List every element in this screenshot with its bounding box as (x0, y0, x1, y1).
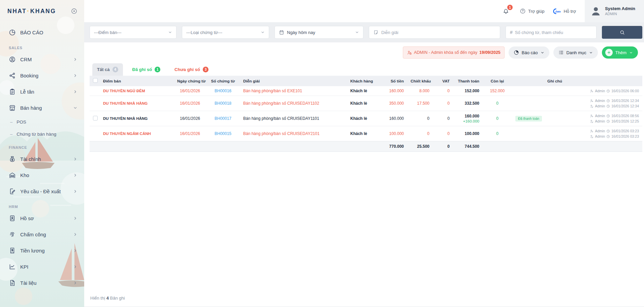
sidebar-subitem-ch-ng-t-b-n-h-ng[interactable]: –Chứng từ bán hàng (0, 128, 84, 140)
reports-button[interactable]: Báo cáo (509, 46, 549, 59)
remaining-value: 0 (496, 101, 498, 106)
app-logo[interactable]: NHAT·KHANG (7, 8, 56, 15)
sidebar-toggle-icon[interactable] (71, 8, 77, 14)
total-cell (483, 141, 512, 152)
document-number-link[interactable]: BH00016 (215, 89, 231, 93)
sidebar-item-ti-n-l-ng[interactable]: Tiền lương (0, 242, 84, 259)
share-network-icon (9, 72, 16, 79)
sidebar-item-b-n-h-ng[interactable]: Bán hàng (0, 100, 84, 116)
tab-count-badge: 4 (112, 67, 118, 72)
payment-value: 100.000 (456, 131, 479, 136)
document-type-filter-select[interactable]: ---Loại chứng từ--- (182, 26, 269, 39)
column-header-c-n-l-i: Còn lại (483, 76, 512, 86)
chevron-right-icon (73, 57, 77, 62)
total-cell (544, 141, 642, 152)
tab-t-t-c[interactable]: Tất cả4 (92, 63, 123, 76)
chart-line-icon (9, 263, 16, 270)
column-header-kh-ch-h-ng: Khách hàng (347, 76, 384, 86)
categories-button[interactable]: Danh mục (553, 46, 598, 59)
customer-cell: Khách lẻ (347, 111, 384, 126)
notifications-button[interactable]: 1 (502, 7, 510, 15)
document-number-link[interactable]: BH00017 (215, 116, 231, 121)
sidebar-item-l-t-n[interactable]: Lễ tân (0, 83, 84, 100)
note-time: 16/01/2026 03:23 (611, 128, 639, 134)
column-header-ghi-ch: Ghi chú (544, 76, 642, 86)
select-all-checkbox[interactable] (93, 78, 98, 83)
document-number-input[interactable] (515, 30, 592, 35)
chevron-right-icon (73, 189, 77, 194)
search-button[interactable] (602, 26, 642, 39)
add-button[interactable]: Thêm (602, 46, 638, 59)
chevron-right-icon (73, 248, 77, 253)
categories-label: Danh mục (567, 50, 586, 55)
description-cell: Bán hàng phòng/bàn số EXE101 (240, 86, 347, 96)
money-bag-icon (9, 156, 16, 163)
pos-cell: DU THUYỀN NGẮM CẢNH (100, 126, 174, 141)
chevron-down-icon (73, 106, 77, 110)
sidebar-item-t-i-ch-nh[interactable]: Tài chính (0, 151, 84, 167)
row-select-cell (90, 126, 100, 141)
column-header-chi-t-kh-u: Chiết khấu (407, 76, 433, 86)
tab-ch-a-ghi-s[interactable]: Chưa ghi sổ3 (170, 63, 213, 76)
column-header-s-ch-ng-t: Số chứng từ (206, 76, 240, 86)
action-row: ADMIN - Admin khóa sổ đến ngày 19/09/202… (90, 46, 638, 59)
user-menu[interactable]: System Admin ADMIN (585, 0, 644, 22)
plus-icon (605, 49, 613, 56)
amount-cell: 350.000 (384, 96, 407, 111)
help-button[interactable]: Trợ giúp (520, 8, 545, 14)
sidebar-item-crm[interactable]: CRM (0, 51, 84, 67)
report-pie-icon (514, 50, 519, 55)
zalo-icon: Zalo (553, 8, 561, 14)
reports-label: Báo cáo (522, 50, 538, 55)
chevron-down-icon (589, 51, 593, 55)
status-cell (512, 86, 544, 96)
zalo-support-button[interactable]: Zalo Hỗ trợ (553, 8, 576, 14)
sidebar-item-label: Lễ tân (20, 89, 73, 95)
total-cell (347, 141, 384, 152)
customer-cell: Khách lẻ (347, 86, 384, 96)
chevron-down-icon (261, 30, 265, 34)
column-header-ng-y-ch-ng-t: Ngày chứng từ (174, 76, 206, 86)
sidebar-item-ch-m-c-ng[interactable]: Chấm công (0, 226, 84, 242)
pos-cell: DU THUYỀN NHÀ HÀNG (100, 111, 174, 126)
document-date: 16/01/2026 (180, 116, 200, 121)
payment-value: 160.000 (456, 114, 479, 118)
document-number-cell: BH00018 (206, 96, 240, 111)
status-badge: Đã thanh toán (515, 116, 542, 122)
sidebar-subitem-pos[interactable]: –POS (0, 116, 84, 128)
add-label: Thêm (615, 50, 626, 55)
amount-value: 350.000 (389, 101, 404, 106)
document-number-link[interactable]: BH00018 (215, 101, 231, 106)
pos-filter-select[interactable]: ---Điểm bán--- (90, 26, 176, 39)
sidebar-item-kpi[interactable]: KPI (0, 259, 84, 275)
user-avatar-icon (590, 5, 602, 17)
description-text: Bán hàng phòng/bàn số CRUISEDAY2101 (243, 131, 320, 136)
fingerprint-icon (9, 231, 16, 238)
total-cell: 25.500 (407, 141, 433, 152)
note-user: Admin (595, 134, 605, 139)
description-input[interactable] (381, 30, 496, 35)
row-select-cell (90, 86, 100, 96)
user-edit-icon (590, 135, 593, 138)
sidebar-item-b-o-c-o[interactable]: BÁO CÁO (0, 24, 84, 40)
note-line: Admin16/01/2026 08:56 (547, 113, 639, 118)
remaining-cell: 0 (483, 96, 512, 111)
sidebar-item-t-i-li-u[interactable]: Tài liệu (0, 275, 84, 291)
tab-ghi-s[interactable]: Đã ghi sổ1 (128, 63, 165, 76)
pos-name: DU THUYỀN NHÀ HÀNG (103, 116, 148, 121)
date-filter-select[interactable]: Ngày hôm nay (275, 26, 363, 39)
sidebar-item-booking[interactable]: Booking (0, 67, 84, 83)
total-cell: 744.500 (453, 141, 483, 152)
document-number-link[interactable]: BH00015 (215, 131, 231, 136)
customer-cell: Khách lẻ (347, 96, 384, 111)
customer-name: Khách lẻ (350, 116, 367, 121)
document-date-cell: 16/01/2026 (174, 111, 206, 126)
sidebar-item-kho[interactable]: Kho (0, 167, 84, 183)
payment-cell: 160.000+160.000 (453, 111, 483, 126)
sidebar-item-h-s[interactable]: Hồ sơ (0, 210, 84, 226)
table-header-row: Điểm bánNgày chứng từSố chứng từDiễn giả… (90, 76, 642, 86)
row-checkbox[interactable] (93, 116, 98, 121)
sidebar-item-y-u-c-u-xu-t[interactable]: Yêu cầu - Đề xuất (0, 183, 84, 199)
tabs: Tất cả4Đã ghi sổ1Chưa ghi sổ3 (90, 63, 642, 76)
logo-part1: NHAT (7, 8, 27, 14)
